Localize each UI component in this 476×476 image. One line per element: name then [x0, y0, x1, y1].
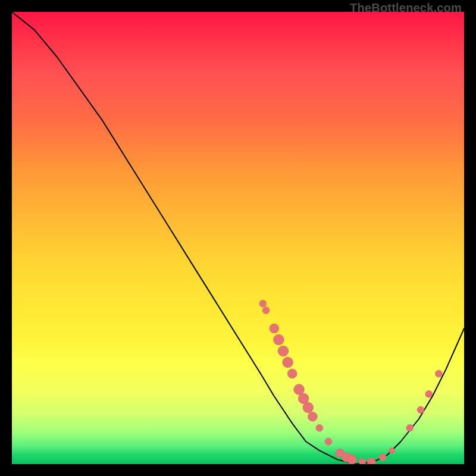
data-dot	[273, 334, 284, 345]
data-dot	[379, 454, 386, 461]
data-dot	[270, 324, 279, 333]
data-dot	[367, 458, 375, 464]
data-dot	[359, 458, 366, 464]
dots-group	[259, 300, 443, 464]
data-dot	[325, 438, 332, 445]
data-dot	[316, 424, 323, 431]
data-dot	[262, 307, 270, 314]
data-dot	[347, 455, 357, 464]
data-dot	[283, 357, 293, 368]
data-dot	[417, 406, 424, 414]
data-dot	[259, 300, 267, 307]
data-dot	[303, 402, 314, 413]
data-dot	[435, 370, 442, 377]
data-dot	[287, 369, 297, 378]
curve-line	[12, 12, 464, 464]
data-dot	[389, 447, 394, 453]
data-dot	[278, 346, 289, 356]
chart-svg	[12, 12, 464, 464]
data-dot	[425, 390, 433, 397]
data-dot	[406, 424, 414, 431]
data-dot	[308, 412, 317, 421]
